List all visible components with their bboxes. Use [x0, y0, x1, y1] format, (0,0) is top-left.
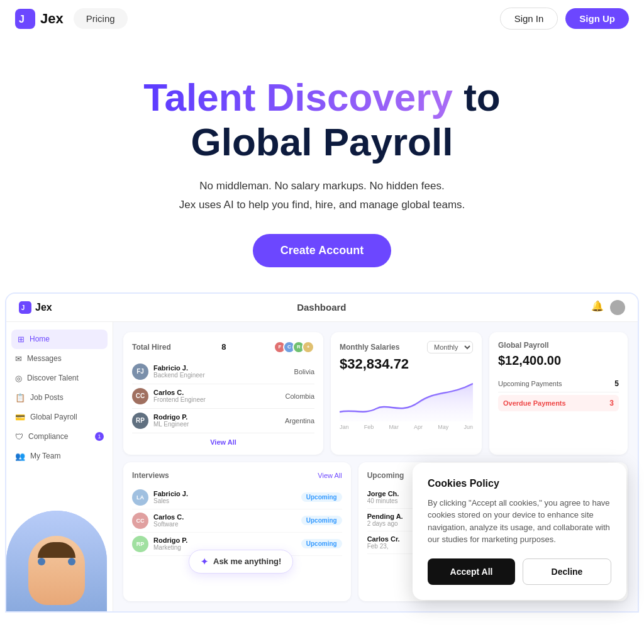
- interview-avatar-rodrigo2: RP: [132, 536, 148, 552]
- signup-button[interactable]: Sign Up: [565, 8, 629, 29]
- interview-dept-fabricio: Sales: [153, 497, 188, 504]
- ai-button[interactable]: ✦ Ask me anything!: [189, 550, 293, 574]
- avatar-fabricio: FJ: [132, 364, 148, 380]
- hero-title-gradient: Talent Discovery: [143, 75, 453, 119]
- person-info-rodrigo: RP Rodrigo P. ML Engineer: [132, 413, 189, 429]
- chart-label-may: May: [438, 424, 448, 430]
- accept-cookies-button[interactable]: Accept All: [428, 558, 515, 585]
- person-details-carlos: Carlos C. Frontend Engineer: [153, 389, 206, 403]
- cookie-title: Cookies Policy: [428, 478, 611, 489]
- interview-name-carlos2: Carlos C.: [153, 513, 184, 521]
- person-info-fabricio: FJ Fabricio J. Backend Engineer: [132, 364, 205, 380]
- interviews-card: Interviews View All LA Fabricio J. Sales: [123, 462, 351, 601]
- pricing-button[interactable]: Pricing: [74, 8, 128, 29]
- monthly-salaries-card: Monthly Salaries Monthly Weekly Yearly $…: [331, 332, 482, 455]
- overdue-payments-row: Overdue Payments 3: [498, 395, 619, 411]
- interview-name-fabricio: Fabricio J.: [153, 490, 188, 497]
- sidebar-item-messages[interactable]: ✉ Messages: [6, 349, 113, 369]
- interview-details-carlos2: Carlos C. Software: [153, 513, 184, 528]
- sidebar-item-jobs[interactable]: 📋 Job Posts: [6, 388, 113, 408]
- payroll-label: Global Payroll: [498, 341, 619, 350]
- ai-star-icon: ✦: [201, 557, 208, 567]
- total-hired-count: 8: [221, 342, 226, 352]
- sidebar-item-discover[interactable]: ◎ Discover Talent: [6, 369, 113, 388]
- navbar: J Jex Pricing Sign In Sign Up: [0, 0, 644, 37]
- upcoming-label: Upcoming: [367, 471, 404, 480]
- person-role-carlos: Frontend Engineer: [153, 396, 206, 403]
- interviews-header: Interviews View All: [132, 471, 342, 480]
- person-role-rodrigo: ML Engineer: [153, 421, 189, 428]
- interview-status-rodrigo2: Upcoming: [301, 539, 342, 548]
- upcoming-payments-label: Upcoming Payments: [498, 380, 562, 387]
- interview-row-carlos2: CC Carlos C. Software Upcoming: [132, 509, 342, 533]
- person-country-carlos: Colombia: [286, 392, 314, 400]
- create-account-button[interactable]: Create Account: [253, 234, 391, 267]
- dashboard-topbar: J Jex Dashboard 🔔: [6, 294, 638, 322]
- avatar-4: +: [302, 341, 314, 353]
- interview-status-fabricio: Upcoming: [301, 492, 342, 502]
- salary-amount: $32,834.72: [340, 356, 473, 372]
- sidebar-item-team[interactable]: 👥 My Team: [6, 447, 113, 466]
- interviews-label: Interviews: [132, 471, 169, 480]
- sidebar-label-discover: Discover Talent: [27, 374, 79, 382]
- total-hired-header: Total Hired 8 F C R +: [132, 341, 314, 353]
- person-face-decoration: [6, 511, 107, 611]
- person-country-fabricio: Bolivia: [294, 368, 314, 375]
- person-name-fabricio: Fabricio J.: [153, 364, 205, 372]
- logo-wrapper: J Jex: [15, 9, 64, 29]
- person-details-rodrigo: Rodrigo P. ML Engineer: [153, 413, 189, 428]
- signin-button[interactable]: Sign In: [500, 8, 558, 30]
- decline-cookies-button[interactable]: Decline: [523, 558, 611, 585]
- interview-details-rodrigo2: Rodrigo P. Marketing: [153, 536, 187, 551]
- interviews-view-all[interactable]: View All: [318, 472, 341, 479]
- salary-chart-svg: [340, 377, 473, 421]
- sidebar-item-payroll[interactable]: 💳 Global Payroll: [6, 408, 113, 427]
- messages-icon: ✉: [15, 354, 22, 364]
- db-logo: J Jex: [19, 301, 52, 314]
- sidebar-label-jobs: Job Posts: [30, 393, 64, 402]
- sidebar-label-home: Home: [30, 335, 50, 343]
- payroll-amount: $12,400.00: [498, 353, 619, 368]
- compliance-badge: 1: [95, 432, 104, 441]
- hero-subtitle1: No middleman. No salary markups. No hidd…: [13, 180, 631, 192]
- svg-text:J: J: [19, 14, 25, 25]
- hero-title: Talent Discovery toGlobal Payroll: [13, 75, 631, 165]
- person-details-fabricio: Fabricio J. Backend Engineer: [153, 364, 205, 379]
- interview-avatar-carlos2: CC: [132, 513, 148, 529]
- interview-person-carlos2: CC Carlos C. Software: [132, 513, 184, 529]
- sidebar-item-home[interactable]: ⊞ Home: [11, 330, 108, 349]
- team-icon: 👥: [15, 452, 25, 461]
- cookie-text: By clicking "Accept all cookies," you ag…: [428, 497, 611, 546]
- top-cards-row: Total Hired 8 F C R +: [123, 332, 628, 455]
- overdue-payments-label: Overdue Payments: [503, 399, 566, 407]
- svg-text:J: J: [21, 304, 25, 311]
- hero-section: Talent Discovery toGlobal Payroll No mid…: [0, 37, 644, 292]
- dashboard-title: Dashboard: [297, 302, 346, 313]
- svg-rect-0: [15, 9, 35, 29]
- interview-row-fabricio: LA Fabricio J. Sales Upcoming: [132, 486, 342, 509]
- jobs-icon: 📋: [15, 393, 25, 402]
- hired-avatars: F C R +: [277, 341, 314, 353]
- interview-dept-rodrigo2: Marketing: [153, 544, 187, 551]
- sidebar-label-payroll: Global Payroll: [30, 413, 77, 421]
- ai-button-label: Ask me anything!: [213, 557, 281, 566]
- chart-label-mar: Mar: [389, 424, 399, 430]
- notification-icon: 🔔: [591, 300, 604, 315]
- interview-person-rodrigo2: RP Rodrigo P. Marketing: [132, 536, 187, 552]
- person-info-carlos: CC Carlos C. Frontend Engineer: [132, 388, 206, 404]
- cookie-buttons: Accept All Decline: [428, 558, 611, 585]
- avatar-rodrigo: RP: [132, 413, 148, 429]
- navbar-left: J Jex Pricing: [15, 8, 128, 29]
- chart-label-jun: Jun: [464, 424, 473, 430]
- person-row-carlos: CC Carlos C. Frontend Engineer Colombia: [132, 384, 314, 409]
- view-all-button[interactable]: View All: [132, 438, 314, 446]
- jex-logo-icon: J: [15, 9, 35, 29]
- monthly-select[interactable]: Monthly Weekly Yearly: [427, 341, 473, 353]
- compliance-icon: 🛡: [15, 432, 23, 441]
- sidebar-item-compliance[interactable]: 🛡 Compliance 1: [6, 427, 113, 447]
- global-payroll-card: Global Payroll $12,400.00 Upcoming Payme…: [489, 332, 628, 455]
- chart-label-feb: Feb: [364, 424, 374, 430]
- navbar-right: Sign In Sign Up: [500, 8, 629, 30]
- person-name-carlos: Carlos C.: [153, 389, 206, 396]
- upcoming-payments-row: Upcoming Payments 5: [498, 375, 619, 392]
